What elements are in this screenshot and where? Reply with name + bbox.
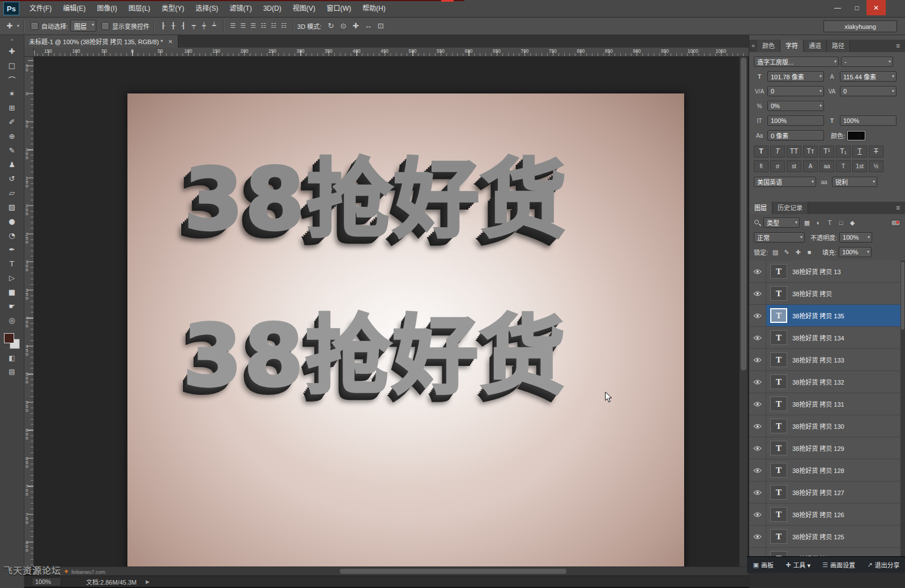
document-tab-close-icon[interactable]: ✕ xyxy=(168,39,173,45)
move-tool[interactable]: ✚ xyxy=(0,44,24,58)
distribute-right-edges-icon[interactable]: ☷ xyxy=(279,20,289,32)
language-dropdown[interactable]: 美国英语 xyxy=(754,177,816,187)
layer-row[interactable]: T38抢好货 拷贝 125 xyxy=(749,526,901,548)
layer-filter-type-dropdown[interactable]: 类型 xyxy=(763,218,800,228)
ligatures-button[interactable]: fi xyxy=(754,160,769,172)
tools-button[interactable]: ✚工具 ▾ xyxy=(786,560,810,569)
layer-filter-toggle[interactable] xyxy=(891,220,900,226)
3d-scale-icon[interactable]: ⊡ xyxy=(374,20,387,32)
titling-alternates-button[interactable]: A xyxy=(803,160,818,172)
align-bottom-edges-icon[interactable]: ┷ xyxy=(209,20,219,32)
layer-row[interactable]: T38抢好货 拷贝 133 xyxy=(749,349,901,371)
close-button[interactable]: ✕ xyxy=(866,0,886,15)
blur-tool[interactable]: ● xyxy=(0,214,24,228)
layer-row[interactable]: T38抢好货 拷贝 134 xyxy=(749,327,901,349)
tracking-field[interactable]: 0 xyxy=(840,86,897,96)
opacity-field[interactable]: 100% xyxy=(839,232,872,242)
text-color-swatch[interactable] xyxy=(847,131,865,140)
eyedropper-tool[interactable]: ✐ xyxy=(0,115,24,129)
lasso-tool[interactable]: ⌒ xyxy=(0,73,24,87)
strikethrough-button[interactable]: T xyxy=(869,146,883,157)
layer-visibility-toggle[interactable] xyxy=(749,349,766,370)
filter-type-layers-icon[interactable]: T xyxy=(825,217,835,228)
filter-adjustment-layers-icon[interactable]: ◐ xyxy=(813,217,823,228)
layer-row[interactable]: T38抢好货 拷贝 xyxy=(749,283,901,305)
layer-visibility-toggle[interactable] xyxy=(749,305,766,326)
auto-select-checkbox[interactable] xyxy=(31,22,39,30)
layers-panel-menu-icon[interactable]: ≡ xyxy=(896,202,904,214)
status-options-arrow-icon[interactable]: ▶ xyxy=(146,579,150,585)
foreground-color-swatch[interactable] xyxy=(4,333,14,343)
align-left-edges-icon[interactable]: ┠ xyxy=(158,20,168,32)
fractions-button[interactable]: ½ xyxy=(869,160,883,172)
layer-row[interactable]: T38抢好货 拷贝 13 xyxy=(749,261,901,283)
distribute-vertical-centers-icon[interactable]: ☰ xyxy=(238,20,248,32)
superscript-button[interactable]: T¹ xyxy=(819,146,834,157)
faux-italic-button[interactable]: T xyxy=(770,146,785,157)
menu-item-3[interactable]: 图层(L) xyxy=(123,0,156,17)
leading-field[interactable]: 115.44 像素 xyxy=(840,71,897,82)
layer-visibility-toggle[interactable] xyxy=(749,504,766,525)
oldstyle-figures-button[interactable]: aa xyxy=(819,160,834,172)
layer-visibility-toggle[interactable] xyxy=(749,393,766,415)
move-tool-preset-icon[interactable]: ✚ xyxy=(3,20,16,32)
vertical-scrollbar[interactable] xyxy=(739,57,748,566)
3d-rotate-icon[interactable]: ↻ xyxy=(325,20,337,32)
panel-tab-字符[interactable]: 字符 xyxy=(780,40,804,52)
all-caps-button[interactable]: TT xyxy=(787,146,801,157)
layer-list-scrollbar-thumb[interactable] xyxy=(901,262,904,330)
eraser-tool[interactable]: ▱ xyxy=(0,186,24,200)
show-transform-checkbox[interactable] xyxy=(101,22,109,30)
artboard-button[interactable]: ▣画板 xyxy=(753,560,774,569)
brush-tool[interactable]: ✎ xyxy=(0,143,24,157)
panel-tab-图层[interactable]: 图层 xyxy=(749,202,772,214)
gradient-tool[interactable]: ▨ xyxy=(0,200,24,214)
layer-visibility-toggle[interactable] xyxy=(749,437,766,459)
align-right-edges-icon[interactable]: ┨ xyxy=(178,20,189,32)
layer-row[interactable]: T38抢好货 拷贝 131 xyxy=(749,393,901,415)
vertical-scale-field[interactable]: 100% xyxy=(767,116,824,126)
path-selection-tool[interactable]: ▷ xyxy=(0,271,24,285)
layer-visibility-toggle[interactable] xyxy=(749,283,766,304)
clone-stamp-tool[interactable]: ♟ xyxy=(0,157,24,172)
zoom-tool[interactable]: ◎ xyxy=(0,313,24,327)
baseline-shift-field[interactable]: 0 像素 xyxy=(767,130,824,140)
crop-tool[interactable]: ⊞ xyxy=(0,101,24,115)
3d-slide-icon[interactable]: ↔ xyxy=(362,20,374,32)
ruler-horizontal[interactable]: 1501005005010015020025030035040045050055… xyxy=(34,48,749,57)
menu-item-0[interactable]: 文件(F) xyxy=(24,0,57,17)
ruler-vertical[interactable]: 5005010015020025030035040045050055060065… xyxy=(24,57,34,566)
layer-row[interactable]: T38抢好货 拷贝 127 xyxy=(749,482,901,504)
menu-item-5[interactable]: 选择(S) xyxy=(190,0,224,17)
distribute-bottom-edges-icon[interactable]: ☰ xyxy=(248,20,258,32)
layer-row[interactable]: T38抢好货 拷贝 132 xyxy=(749,371,901,393)
lock-transparent-pixels-icon[interactable]: ▨ xyxy=(770,246,780,258)
panel-tab-颜色[interactable]: 颜色 xyxy=(757,40,780,52)
distribute-left-edges-icon[interactable]: ☷ xyxy=(258,20,268,32)
layer-visibility-toggle[interactable] xyxy=(749,459,766,481)
proportional-spacing-field[interactable]: 0% xyxy=(767,101,824,111)
menu-item-4[interactable]: 类型(Y) xyxy=(156,0,190,17)
3d-roll-icon[interactable]: ⊙ xyxy=(337,20,349,32)
menu-item-1[interactable]: 编辑(E) xyxy=(57,0,91,17)
maximize-button[interactable]: □ xyxy=(847,0,866,15)
layer-visibility-toggle[interactable] xyxy=(749,261,766,282)
kerning-field[interactable]: 0 xyxy=(767,86,824,96)
lock-image-pixels-icon[interactable]: ✎ xyxy=(782,246,792,258)
menu-item-6[interactable]: 滤镜(T) xyxy=(224,0,257,17)
small-caps-button[interactable]: Tᴛ xyxy=(803,146,818,157)
toolstrip-collapse-icon[interactable]: » xyxy=(0,35,24,44)
canvas[interactable]: 38抢好货 38抢好货 xyxy=(127,93,684,566)
horizontal-scrollbar-thumb[interactable] xyxy=(340,569,566,574)
align-vertical-centers-icon[interactable]: ┿ xyxy=(199,20,209,32)
history-brush-tool[interactable]: ↺ xyxy=(0,172,24,186)
dodge-tool[interactable]: ◔ xyxy=(0,228,24,242)
screen-mode-button[interactable]: ▤ xyxy=(0,365,24,378)
3d-drag-icon[interactable]: ✚ xyxy=(349,20,362,32)
layer-row[interactable]: T38抢好货 拷贝 126 xyxy=(749,504,901,526)
stylistic-alternates-button[interactable]: st xyxy=(787,160,801,172)
menu-item-9[interactable]: 窗口(W) xyxy=(321,0,357,17)
layer-visibility-toggle[interactable] xyxy=(749,526,766,547)
marquee-tool[interactable]: □ xyxy=(0,58,24,73)
menu-item-7[interactable]: 3D(D) xyxy=(258,0,287,17)
